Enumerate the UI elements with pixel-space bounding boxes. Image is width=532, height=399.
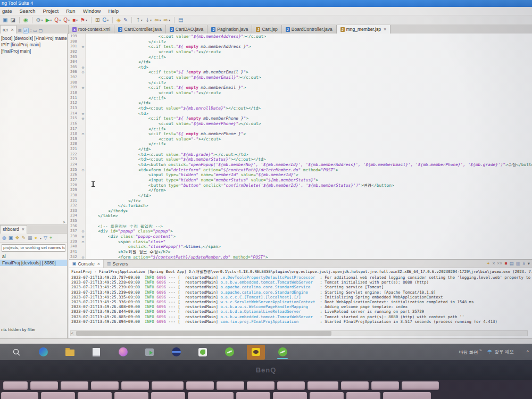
spring-running-icon[interactable] — [273, 345, 292, 360]
remove-all-launches-icon[interactable]: ×× — [497, 260, 502, 268]
search-icon[interactable]: ✎ — [123, 16, 128, 24]
pin-console-icon[interactable]: ⊼ — [522, 260, 525, 268]
dropdown-arrow-icon[interactable]: ▾ — [59, 18, 61, 22]
fold-marker-icon[interactable]: ⊖ — [80, 116, 86, 121]
explorer-tree-item[interactable]: [finalProj main] — [0, 48, 67, 54]
close-icon[interactable]: × — [97, 261, 100, 267]
dropdown-arrow-icon[interactable]: ▾ — [150, 18, 152, 22]
new-wizard-icon[interactable]: ▣ — [2, 16, 8, 24]
tags-icon[interactable]: ❖ — [15, 234, 19, 242]
dashboard-item-local[interactable]: al — [0, 253, 67, 260]
menu-item-project[interactable]: Project — [43, 8, 59, 14]
taskbar-search-icon[interactable] — [7, 345, 26, 360]
editor-tab-cartcontroller-java[interactable]: JCartController.java — [114, 25, 165, 34]
collapse-all-icon[interactable]: ⊟ — [18, 28, 22, 33]
scrollbar-thumb[interactable] — [76, 331, 331, 336]
prev-annotation-icon[interactable]: ⇡▾ — [135, 16, 143, 24]
eclipse-icon[interactable] — [167, 345, 185, 360]
editor-tab-mng-member-jsp[interactable]: Jmng_member.jsp× — [337, 25, 390, 34]
menu-item-gate[interactable]: gate — [2, 8, 12, 14]
services-icon[interactable] — [140, 345, 159, 360]
save-icon[interactable]: ◪ — [10, 16, 15, 24]
menu-item-search[interactable]: Search — [20, 8, 36, 14]
git-icon[interactable]: G▾ — [102, 16, 109, 24]
maximize-icon[interactable]: ▢ — [39, 28, 43, 33]
scroll-left-icon[interactable]: < — [71, 331, 73, 336]
tab-boot-dashboard[interactable]: shboard × — [0, 225, 27, 234]
profile-icon[interactable]: Q▾ — [63, 16, 70, 24]
code-editor[interactable]: 199<c:out value="${mb.memberAddress}"></… — [69, 34, 532, 259]
desktop-label[interactable]: 바탕 화면 » — [459, 348, 481, 356]
stop-icon[interactable]: ■▾ — [72, 16, 78, 24]
minimize-icon[interactable]: ▭ — [33, 28, 37, 33]
dropdown-arrow-icon[interactable]: ▾ — [159, 18, 161, 22]
editor-tab-boardcontroller-java[interactable]: JBoardController.java — [282, 25, 337, 34]
tray-expand-icon[interactable]: ^ — [527, 350, 529, 355]
next-annotation-icon[interactable]: ⇣▾ — [145, 16, 152, 24]
notes-icon[interactable] — [87, 345, 105, 360]
open-type-icon[interactable]: ◈ — [116, 16, 121, 24]
browser-icon[interactable] — [34, 345, 52, 360]
sts-icon[interactable] — [194, 345, 212, 360]
link-with-editor-icon[interactable]: ⇄ — [23, 28, 29, 34]
fold-marker-icon[interactable]: ⊖ — [80, 70, 86, 75]
terminate-icon[interactable]: ■ — [504, 260, 507, 268]
new-project-icon[interactable]: ⊞ — [95, 16, 100, 24]
editor-tab-cartdao-java[interactable]: JCartDAO.java — [166, 25, 207, 34]
fold-marker-icon[interactable]: ⊖ — [80, 111, 86, 117]
dropdown-arrow-icon[interactable]: ▾ — [141, 18, 143, 22]
dropdown-arrow-icon[interactable]: ▾ — [50, 18, 52, 22]
back-icon[interactable]: ⇦▾ — [154, 16, 161, 24]
debug-icon[interactable]: ⚙▾ — [36, 16, 44, 24]
dropdown-arrow-icon[interactable]: ▾ — [86, 18, 87, 22]
close-icon[interactable]: × — [22, 227, 24, 232]
perspective-icon[interactable]: ▤ — [178, 16, 184, 24]
console-tab-servers[interactable]: ▥Servers — [104, 260, 131, 268]
bulb-icon[interactable]: ● — [35, 234, 37, 242]
properties-icon[interactable]: ▦ — [28, 234, 32, 242]
explorer-tree-item[interactable]: tPfF [finalProj main] — [0, 41, 67, 48]
close-icon[interactable]: × — [11, 27, 13, 32]
menu-item-run[interactable]: Run — [66, 8, 75, 14]
coverage-icon[interactable]: Q▾ — [54, 16, 61, 24]
view-menu-icon[interactable]: ⁞ — [30, 28, 31, 33]
dropdown-arrow-icon[interactable]: ▾ — [169, 18, 170, 22]
fold-marker-icon[interactable]: ⊖ — [80, 65, 86, 70]
filter-icon[interactable]: ▽ — [44, 234, 47, 242]
console-hscrollbar[interactable]: < — [70, 330, 528, 336]
console-tab-console[interactable]: ▣Console× — [69, 260, 104, 268]
fold-marker-icon[interactable]: ⊖ — [80, 85, 86, 90]
menu-item-window[interactable]: Window — [83, 8, 101, 14]
scroll-lock-icon[interactable]: ▥ — [516, 260, 520, 268]
add-icon[interactable]: + — [49, 234, 52, 242]
forward-icon[interactable]: ⇨▾ — [163, 16, 170, 24]
open-console-icon[interactable]: ▣ — [9, 234, 13, 242]
dashboard-filter-input[interactable]: projects, or working set names to mat — [2, 244, 65, 252]
menu-item-help[interactable]: Help — [108, 8, 119, 14]
editor-tab-root-context-xml[interactable]: xroot-context.xml — [69, 25, 114, 34]
fold-marker-icon[interactable]: ⊖ — [80, 239, 86, 245]
globe-icon[interactable]: ◍ — [2, 234, 6, 242]
dropdown-arrow-icon[interactable]: ▾ — [76, 18, 78, 22]
run-icon[interactable]: ▶▾ — [45, 16, 53, 24]
console-menu-icon[interactable]: ▾ — [528, 260, 530, 268]
pencil-icon[interactable]: ✎ — [21, 234, 26, 242]
spring-boot-dashboard-icon[interactable]: ◉ — [23, 16, 29, 24]
fold-marker-icon[interactable]: ⊖ — [80, 234, 86, 239]
explorer-tree-item[interactable]: [boot] [devtools] [FinalProj maste — [0, 35, 67, 41]
fold-marker-icon[interactable]: ⊖ — [80, 44, 86, 49]
scroll-right-icon[interactable]: > — [63, 220, 65, 225]
dropdown-arrow-icon[interactable]: ▾ — [40, 236, 41, 240]
fold-marker-icon[interactable]: ⊖ — [80, 255, 86, 259]
dropdown-arrow-icon[interactable]: ▾ — [41, 18, 43, 22]
photos-icon[interactable] — [114, 345, 132, 360]
spring-icon[interactable] — [220, 345, 238, 360]
kakaotalk-icon[interactable] — [247, 345, 265, 360]
tab-package-explorer[interactable]: rer × — [0, 25, 16, 34]
dropdown-arrow-icon[interactable]: ▾ — [107, 18, 109, 22]
remove-launch-icon[interactable]: × — [492, 260, 495, 268]
file-explorer-icon[interactable] — [61, 345, 79, 360]
dropdown-arrow-icon[interactable]: ▾ — [68, 18, 70, 22]
fold-marker-icon[interactable]: ⊖ — [80, 168, 86, 173]
dashboard-item-finalproj[interactable]: FinalProj [devtools] [:8080] — [0, 260, 67, 266]
